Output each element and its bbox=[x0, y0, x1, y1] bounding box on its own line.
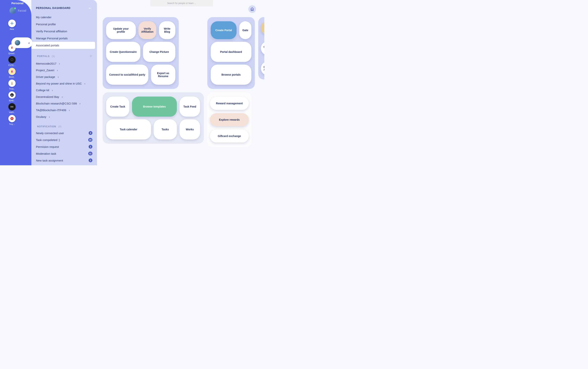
tile-giftcard-exchange[interactable]: Giftcard exchange bbox=[210, 130, 249, 143]
tile-gate[interactable]: Gate bbox=[239, 21, 252, 39]
svg-rect-11 bbox=[11, 106, 12, 108]
tile-verify-affiliation[interactable]: Verify Affiliation bbox=[138, 21, 156, 39]
rail-app-3[interactable]: Troja.. bbox=[4, 80, 20, 90]
tile-export-resume[interactable]: Export as Resume bbox=[151, 65, 175, 85]
tile-create-team[interactable]: Create team bbox=[261, 21, 264, 35]
notification-badge: 1 bbox=[89, 158, 92, 162]
chevron-left-icon: ‹ bbox=[84, 82, 85, 85]
rail-user[interactable]: Farzad bbox=[10, 7, 31, 14]
panel-link[interactable]: Personal profile bbox=[31, 21, 97, 28]
app-label: VidPl.. bbox=[4, 111, 20, 113]
app-icon: ⊕ bbox=[8, 91, 16, 99]
portal-item[interactable]: Beyond my power and shine in USC‹ bbox=[31, 80, 97, 87]
panel-link[interactable]: Manage Personal portals bbox=[31, 35, 97, 42]
notification-item[interactable]: Task compeleted :)24 bbox=[31, 136, 97, 143]
app-label: CUTE .. bbox=[4, 64, 20, 66]
svg-point-7 bbox=[11, 84, 13, 84]
notification-item[interactable]: New transaction3 bbox=[31, 164, 97, 165]
rail-app-1[interactable]: CUTE .. bbox=[4, 56, 20, 66]
app-label: Troy .. bbox=[4, 123, 20, 125]
tile-general-forum[interactable]: General Forum bbox=[261, 41, 264, 55]
rail-app-4[interactable]: ⊕ 3D4E.. bbox=[4, 91, 20, 102]
panel-link[interactable]: Verify Personal affiliation bbox=[31, 28, 97, 35]
chevron-left-icon: ‹ bbox=[49, 115, 50, 118]
app-icon bbox=[8, 103, 16, 110]
app-icon bbox=[8, 115, 16, 122]
tile-browse-portals[interactable]: Browse portals bbox=[211, 65, 252, 85]
user-name: Farzad bbox=[18, 9, 26, 12]
search-placeholder: Search for people or team ... bbox=[167, 2, 196, 5]
svg-point-3 bbox=[11, 59, 13, 61]
tile-create-questionnaire[interactable]: Create Questionnaire bbox=[106, 42, 140, 62]
notification-item[interactable]: Moderation task11 bbox=[31, 150, 97, 157]
plus-icon bbox=[8, 20, 16, 27]
rail-title: Personal bbox=[11, 1, 31, 5]
tile-portal-dashboard[interactable]: Portal dashboard bbox=[211, 42, 252, 62]
tile-task-feed[interactable]: Task Feed bbox=[179, 97, 200, 117]
rail-items: New Qrowd.. CUTE .. Ekrid.. Troja.. ⊕ 3D… bbox=[0, 20, 31, 125]
chevron-left-icon: ‹ bbox=[28, 41, 30, 45]
app-label: Qrowd.. bbox=[4, 52, 20, 54]
panel-link[interactable]: My calender bbox=[31, 14, 97, 21]
portal-item[interactable]: Decentralized Bay‹ bbox=[31, 93, 97, 100]
tile-task-calender[interactable]: Task calender bbox=[106, 119, 151, 139]
home-icon bbox=[250, 7, 254, 11]
chevron-left-icon: ‹ bbox=[57, 69, 58, 72]
tile-connect-social[interactable]: Connect to social/third party bbox=[106, 65, 148, 85]
rail-active-indicator[interactable]: ‹ bbox=[11, 37, 32, 48]
tile-update-profile[interactable]: Update your profile bbox=[106, 21, 136, 39]
rail-app-5[interactable]: VidPl.. bbox=[4, 103, 20, 113]
tile-reward-management[interactable]: Reward management bbox=[210, 97, 249, 110]
rail-new[interactable]: New bbox=[4, 20, 20, 30]
tile-write-blog[interactable]: Write Blog bbox=[159, 21, 175, 39]
portal-item[interactable]: Blockchain research@CSCI 599‹ bbox=[31, 100, 97, 107]
notification-badge: 11 bbox=[88, 152, 92, 155]
search-input[interactable]: Search for people or team ... bbox=[150, 0, 213, 6]
notification-item[interactable]: Newly connected user3 bbox=[31, 130, 97, 136]
chevron-left-icon: ‹ bbox=[59, 62, 60, 65]
group-tasks: Create Task Browse templates Task Feed T… bbox=[103, 92, 204, 144]
svg-point-4 bbox=[11, 71, 12, 72]
back-arrow-icon[interactable]: ← bbox=[88, 5, 92, 11]
home-button[interactable] bbox=[248, 5, 256, 13]
rail-new-label: New bbox=[4, 28, 20, 30]
rail-app-6[interactable]: Troy .. bbox=[4, 115, 20, 125]
app-icon bbox=[8, 80, 16, 87]
portal-item[interactable]: Oculaxy‹ bbox=[31, 113, 97, 120]
tile-explore-rewards[interactable]: Explore rewards bbox=[210, 113, 249, 126]
portal-item[interactable]: Memocode2017‹ bbox=[31, 60, 97, 67]
tile-works[interactable]: Works bbox=[179, 119, 200, 139]
app-label: Troja.. bbox=[4, 88, 20, 90]
portal-item[interactable]: College kit‹ bbox=[31, 87, 97, 93]
tile-create-portal[interactable]: Create Portal bbox=[211, 21, 237, 39]
notification-item[interactable]: Permision request1 bbox=[31, 143, 97, 150]
left-rail: Personal Farzad New Qrowd.. CUTE .. Ekri… bbox=[0, 0, 31, 165]
portal-item[interactable]: Driver package‹ bbox=[31, 73, 97, 80]
svg-rect-6 bbox=[12, 82, 12, 84]
chevron-left-icon: ‹ bbox=[62, 95, 63, 98]
chevron-left-icon: ‹ bbox=[58, 75, 59, 79]
app-icon bbox=[8, 68, 16, 75]
chevron-left-icon: ‹ bbox=[69, 109, 70, 112]
panel-link[interactable]: Associated portals bbox=[31, 42, 95, 49]
tile-browse-articles[interactable]: Browse Articles bbox=[261, 62, 264, 75]
group-rewards: Reward management Explore rewards Giftca… bbox=[207, 92, 252, 147]
portal-item[interactable]: TA@Blockchain-ITP499‹ bbox=[31, 107, 97, 113]
portals-section-header: PORTALS (9) + bbox=[31, 49, 97, 60]
rail-app-2[interactable]: Ekrid.. bbox=[4, 68, 20, 78]
svg-rect-13 bbox=[13, 106, 13, 108]
tile-tasks[interactable]: Tasks bbox=[154, 119, 177, 139]
tile-create-task[interactable]: Create Task bbox=[106, 97, 129, 117]
notif-section-header: NOTIFICATION (0) bbox=[31, 120, 97, 130]
portal-item[interactable]: Project_Zaveri‹ bbox=[31, 67, 97, 73]
notification-badge: 24 bbox=[88, 138, 92, 142]
add-portal-icon[interactable]: + bbox=[90, 53, 92, 59]
notification-item[interactable]: New task assignment1 bbox=[31, 157, 97, 164]
svg-text:⊕: ⊕ bbox=[11, 94, 13, 96]
tile-change-picture[interactable]: Change Picture bbox=[143, 42, 175, 62]
notification-badge: 3 bbox=[89, 131, 92, 135]
notif-title: NOTIFICATION bbox=[37, 125, 56, 128]
tile-browse-templates[interactable]: Browse templates bbox=[132, 97, 177, 117]
svg-rect-5 bbox=[11, 72, 12, 72]
chevron-left-icon: ‹ bbox=[52, 89, 53, 92]
